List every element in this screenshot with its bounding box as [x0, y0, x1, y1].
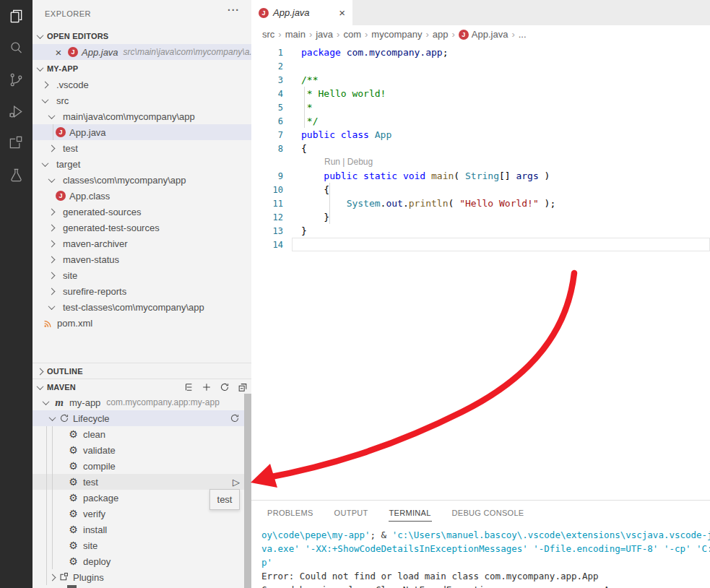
code-line-9[interactable]: 9 public static void main( String[] args…: [251, 169, 710, 183]
breadcrumb-item-app-java[interactable]: JApp.java: [459, 29, 508, 40]
line-number: 2: [251, 60, 283, 74]
sidebar-scrollbar[interactable]: [244, 394, 251, 588]
tree-item-label: maven-archiver: [63, 238, 128, 249]
refresh-icon[interactable]: [220, 382, 230, 392]
maven-goal-label: verify: [83, 509, 105, 519]
tab-app-java[interactable]: J App.java ×: [251, 0, 352, 25]
code-line-12[interactable]: 12 }: [251, 210, 710, 224]
code-line-4[interactable]: 4 * Hello world!: [251, 87, 710, 100]
list-tree-icon[interactable]: [183, 382, 194, 392]
breadcrumb-item-main[interactable]: main: [285, 29, 306, 40]
tree-item-target[interactable]: target: [33, 156, 251, 172]
collapse-all-icon[interactable]: [238, 382, 248, 392]
panel-tab-problems[interactable]: PROBLEMS: [267, 501, 314, 522]
maven-goal-site[interactable]: ⚙site: [33, 537, 251, 553]
testing-icon[interactable]: [0, 159, 33, 191]
maven-goal-deploy[interactable]: ⚙deploy: [33, 553, 251, 569]
maven-plugins[interactable]: Plugins: [33, 569, 251, 585]
explorer-icon[interactable]: [0, 0, 33, 32]
gear-icon: ⚙: [67, 493, 79, 503]
breadcrumb-item-src[interactable]: src: [262, 29, 274, 40]
code-line-2[interactable]: 2: [251, 59, 710, 73]
chevron-right-icon: [48, 224, 56, 231]
code-line-6[interactable]: 6 */: [251, 114, 710, 128]
partial-tree-item: [67, 585, 77, 588]
tree-item-main-java-com-mycompany-app[interactable]: main\java\com\mycompany\app: [33, 108, 251, 124]
tree-item-label: App.java: [69, 127, 106, 138]
more-actions-icon[interactable]: ···: [228, 4, 240, 16]
section-open-editors[interactable]: OPEN EDITORS: [33, 28, 251, 44]
codelens-debug-link[interactable]: Debug: [347, 157, 373, 167]
run-goal-play-icon[interactable]: ▷: [233, 477, 240, 488]
tree-item-label: test-classes\com\mycompany\app: [63, 302, 204, 313]
tree-item-app-java[interactable]: JApp.java: [33, 124, 251, 140]
maven-project-my-app[interactable]: mmy-appcom.mycompany.app:my-app: [33, 394, 251, 410]
breadcrumb-item-mycompany[interactable]: mycompany: [371, 29, 422, 40]
breadcrumb-label: com: [343, 29, 361, 40]
tooltip-test: test: [209, 489, 240, 510]
line-number: 10: [251, 183, 283, 197]
plus-icon[interactable]: [202, 382, 212, 392]
code-line-14[interactable]: 14: [251, 238, 710, 251]
tree-item-test-classes-com-mycompany-app[interactable]: test-classes\com\mycompany\app: [33, 299, 251, 315]
search-icon[interactable]: [0, 32, 33, 64]
code-token: main: [431, 170, 454, 181]
tree-item-maven-archiver[interactable]: maven-archiver: [33, 235, 251, 251]
breadcrumb-item-[interactable]: ...: [519, 29, 527, 40]
run-debug-icon[interactable]: [0, 95, 33, 127]
code-editor[interactable]: 1package com.mycompany.app;23/**4 * Hell…: [251, 43, 710, 502]
code-line-3[interactable]: 3/**: [251, 73, 710, 87]
tree-item-test[interactable]: test: [33, 140, 251, 156]
tree-item-maven-status[interactable]: maven-status: [33, 251, 251, 267]
breadcrumb-item-com[interactable]: com: [343, 29, 361, 40]
section-outline[interactable]: OUTLINE: [33, 363, 251, 379]
section-label: OUTLINE: [47, 367, 83, 376]
tree-item-surefire-reports[interactable]: surefire-reports: [33, 283, 251, 299]
open-editor-item-app-java[interactable]: × J App.java src\main\java\com\mycompany…: [33, 44, 251, 60]
tree-item-src[interactable]: src: [33, 92, 251, 108]
chevron-down-icon: [37, 64, 44, 72]
code-line-13[interactable]: 13}: [251, 224, 710, 238]
maven-project-desc: com.mycompany.app:my-app: [106, 397, 220, 407]
close-icon[interactable]: ×: [339, 7, 345, 19]
tree-item-classes-com-mycompany-app[interactable]: classes\com\mycompany\app: [33, 172, 251, 188]
refresh-icon[interactable]: [230, 413, 240, 423]
tree-item-pom-xml[interactable]: pom.xml: [33, 315, 251, 331]
panel-tab-debug-console[interactable]: DEBUG CONSOLE: [451, 501, 525, 522]
breadcrumb-item-app[interactable]: app: [433, 29, 449, 40]
terminal-output[interactable]: oy\code\pepe\my-app'; & 'c:\Users\manuel…: [251, 525, 710, 588]
code-line-8[interactable]: 8{: [251, 142, 710, 155]
source-control-icon[interactable]: [0, 64, 33, 95]
code-line-10[interactable]: 10 {: [251, 183, 710, 196]
tree-item-app-class[interactable]: JApp.class: [33, 188, 251, 204]
code-line-1[interactable]: 1package com.mycompany.app;: [251, 46, 710, 59]
tree-item-vscode[interactable]: .vscode: [33, 77, 251, 92]
maven-lifecycle[interactable]: Lifecycle: [33, 410, 251, 426]
code-line-11[interactable]: 11 System.out.println( "Hello World!" );: [251, 196, 710, 210]
maven-goal-install[interactable]: ⚙install: [33, 522, 251, 537]
code-line-7[interactable]: 7public class App: [251, 128, 710, 142]
line-number: 9: [251, 170, 283, 183]
panel-tab-output[interactable]: OUTPUT: [334, 501, 369, 522]
breadcrumb-label: ...: [519, 29, 527, 40]
code-line-5[interactable]: 5 *: [251, 100, 710, 114]
maven-goal-compile[interactable]: ⚙compile: [33, 458, 251, 474]
tree-item-generated-sources[interactable]: generated-sources: [33, 204, 251, 220]
tree-item-label: src: [56, 95, 69, 106]
line-number: 14: [251, 238, 283, 252]
chevron-down-icon: [48, 176, 56, 183]
breadcrumb-item-java[interactable]: java: [316, 29, 333, 40]
maven-goal-validate[interactable]: ⚙validate: [33, 442, 251, 458]
codelens-run-link[interactable]: Run: [324, 157, 340, 167]
section-maven[interactable]: MAVEN: [33, 379, 251, 395]
section-my-app[interactable]: MY-APP: [33, 61, 251, 77]
tree-item-site[interactable]: site: [33, 267, 251, 283]
maven-goal-clean[interactable]: ⚙clean: [33, 426, 251, 442]
panel-tab-terminal[interactable]: TERMINAL: [389, 501, 432, 522]
tab-title: App.java: [273, 7, 310, 18]
extensions-icon[interactable]: [0, 127, 33, 159]
tree-item-generated-test-sources[interactable]: generated-test-sources: [33, 220, 251, 235]
close-icon[interactable]: ×: [53, 46, 64, 59]
terminal-text: p': [261, 557, 272, 568]
maven-goal-test[interactable]: ⚙test▷: [33, 474, 251, 490]
